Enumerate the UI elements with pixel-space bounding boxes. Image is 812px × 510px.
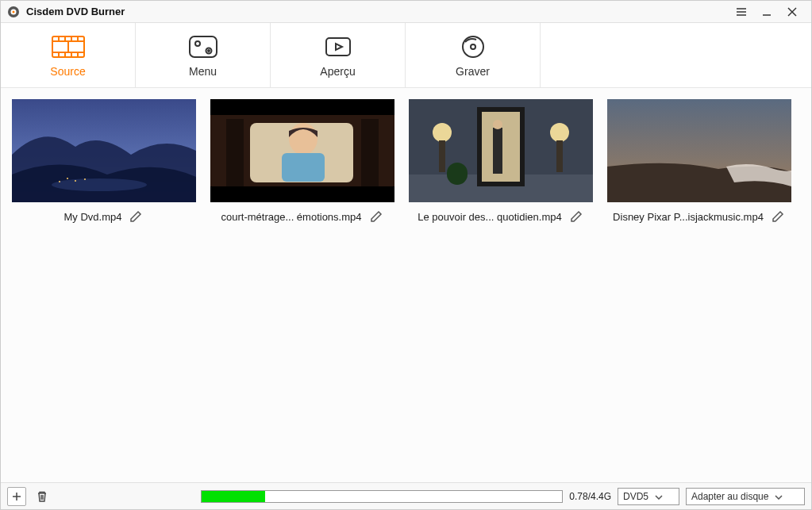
- tab-preview[interactable]: Aperçu: [271, 23, 406, 87]
- source-icon: [51, 33, 86, 60]
- svg-point-33: [84, 178, 86, 180]
- edit-filename-button[interactable]: [368, 209, 384, 224]
- svg-marker-26: [336, 44, 342, 50]
- status-bar: 0.78/4.4G DVD5 Adapter au disque: [1, 482, 811, 509]
- svg-rect-48: [447, 163, 468, 185]
- video-grid: My Dvd.mp4 court-m: [12, 99, 800, 224]
- svg-point-32: [75, 180, 76, 182]
- video-card[interactable]: court-métrage... émotions.mp4: [210, 99, 394, 224]
- video-filename: Disney Pixar P...isjackmusic.mp4: [613, 211, 764, 223]
- burn-icon: [460, 33, 486, 60]
- video-thumbnail: [12, 99, 196, 202]
- disc-type-select[interactable]: DVD5: [618, 488, 679, 505]
- capacity-label: 0.78/4.4G: [569, 491, 611, 502]
- svg-point-24: [208, 50, 210, 52]
- video-thumbnail: [607, 99, 791, 202]
- video-thumbnail: [409, 99, 593, 202]
- app-icon: [7, 6, 20, 18]
- edit-filename-button[interactable]: [568, 209, 584, 224]
- title-bar: Cisdem DVD Burner: [1, 1, 811, 23]
- main-toolbar: Source Menu Aperçu: [1, 23, 811, 88]
- fit-mode-select[interactable]: Adapter au disque: [686, 488, 805, 505]
- delete-video-button[interactable]: [33, 487, 52, 506]
- edit-filename-button[interactable]: [770, 209, 786, 224]
- video-filename: Le pouvoir des... quotidien.mp4: [418, 211, 561, 223]
- menu-icon: [188, 33, 218, 60]
- svg-point-30: [52, 178, 147, 191]
- svg-point-49: [433, 123, 452, 142]
- svg-rect-25: [326, 38, 350, 56]
- preview-icon: [324, 33, 352, 60]
- tab-burn-label: Graver: [456, 65, 490, 78]
- video-filename: court-métrage... émotions.mp4: [221, 211, 361, 223]
- chevron-down-icon: [655, 491, 663, 502]
- tab-menu-label: Menu: [189, 65, 217, 78]
- minimize-button[interactable]: [754, 1, 779, 23]
- tab-source-label: Source: [50, 65, 85, 78]
- tab-source[interactable]: Source: [1, 23, 136, 87]
- svg-rect-41: [361, 119, 379, 186]
- capacity-progress-bar: [201, 490, 563, 503]
- svg-point-47: [493, 120, 502, 129]
- tab-menu[interactable]: Menu: [136, 23, 271, 87]
- close-button[interactable]: [779, 1, 805, 23]
- capacity-progress-fill: [202, 491, 265, 502]
- svg-rect-46: [493, 128, 502, 174]
- video-filename: My Dvd.mp4: [64, 211, 122, 223]
- video-card[interactable]: Le pouvoir des... quotidien.mp4: [409, 99, 593, 224]
- svg-rect-52: [556, 140, 563, 172]
- svg-rect-21: [190, 36, 217, 57]
- tab-preview-label: Aperçu: [320, 65, 355, 78]
- chevron-down-icon: [775, 491, 783, 502]
- video-card[interactable]: My Dvd.mp4: [12, 99, 196, 224]
- add-video-button[interactable]: [7, 487, 26, 506]
- svg-point-28: [471, 44, 475, 49]
- tab-burn[interactable]: Graver: [406, 23, 541, 87]
- svg-rect-40: [226, 119, 244, 186]
- svg-point-31: [67, 178, 68, 179]
- edit-filename-button[interactable]: [128, 209, 144, 224]
- svg-point-2: [13, 10, 15, 13]
- svg-rect-51: [439, 140, 445, 172]
- disc-type-value: DVD5: [623, 491, 648, 502]
- hamburger-menu-button[interactable]: [729, 1, 754, 23]
- fit-mode-value: Adapter au disque: [691, 491, 768, 502]
- svg-point-50: [550, 123, 569, 142]
- video-card[interactable]: Disney Pixar P...isjackmusic.mp4: [607, 99, 791, 224]
- content-area: My Dvd.mp4 court-m: [1, 88, 811, 482]
- window-title: Cisdem DVD Burner: [26, 6, 729, 17]
- svg-rect-39: [282, 153, 325, 182]
- svg-point-22: [195, 41, 200, 46]
- svg-point-34: [59, 181, 60, 182]
- video-thumbnail: [210, 99, 394, 202]
